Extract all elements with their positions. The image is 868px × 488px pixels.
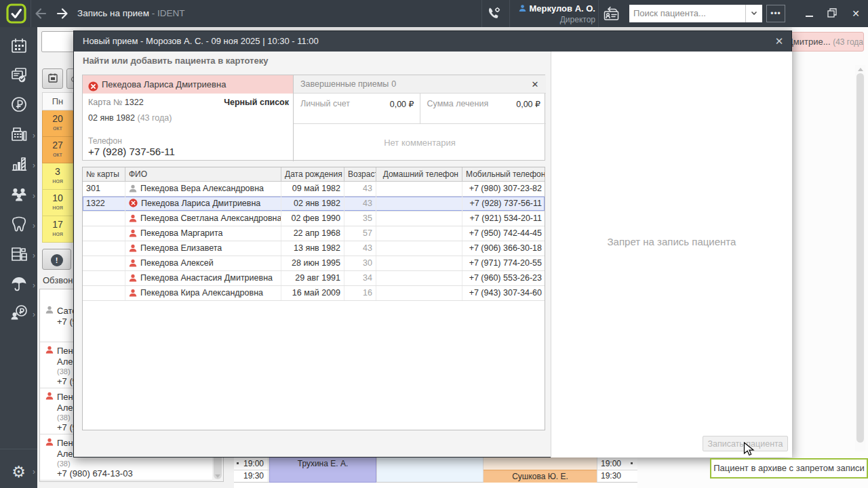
schedule-cell[interactable] [377, 458, 483, 482]
card-number-cell: 301 [83, 182, 125, 196]
person-red-icon [45, 392, 54, 402]
week-date-cell[interactable]: 3ноя [42, 163, 73, 190]
app-logo-icon[interactable] [6, 3, 26, 24]
table-row[interactable]: Пекедова Маргарита22 апр 196857+7 (950) … [83, 226, 545, 241]
column-header: Мобильный телефон [462, 167, 545, 181]
scroll-up-icon[interactable] [858, 68, 863, 71]
app-window: Запись на прием - IDENT Меркулов А. О. Д… [0, 0, 868, 488]
sidebar-item-warehouse[interactable]: › [0, 244, 37, 267]
sidebar-item-dental[interactable]: › [0, 214, 37, 237]
home-phone-cell [376, 286, 462, 300]
patients-table: № картыФИОДата рожденияВозрастДомашний т… [82, 167, 545, 430]
sidebar-item-payments[interactable] [0, 94, 37, 117]
more-button[interactable]: ••• [766, 5, 785, 22]
divider [0, 449, 37, 449]
home-phone-cell [376, 256, 462, 270]
reports-icon [10, 155, 28, 176]
blacklist-icon [88, 79, 98, 98]
chevron-right-icon: › [33, 190, 35, 201]
patient-name-cell: Пекедова Светлана Александровна [125, 211, 281, 226]
sidebar-item-visits[interactable] [0, 65, 37, 88]
patient-tab-badge[interactable]: Дмитрие... (43 года) [780, 32, 864, 52]
birth-date-cell: 22 апр 1968 [281, 226, 344, 241]
visits-icon [10, 66, 28, 87]
divider [31, 0, 31, 27]
table-row[interactable]: Пекедова Светлана Александровна02 фев 19… [83, 211, 545, 226]
minimize-button[interactable] [797, 0, 821, 27]
current-user[interactable]: Меркулов А. О. Директор [510, 3, 595, 25]
patient-summary: Завершенные приемы0 ✕ Личный счет 0,00 ₽… [293, 75, 546, 161]
sidebar-item-cashdesk[interactable]: › [0, 124, 37, 147]
time-label: 19:00 [601, 458, 621, 470]
patient-name-cell: Пекедова Маргарита [125, 226, 281, 241]
telephony-icon[interactable] [486, 5, 502, 24]
sidebar-item-settings[interactable]: ⚙› [0, 460, 37, 483]
forward-arrow-icon[interactable] [54, 5, 71, 22]
restore-button[interactable] [821, 0, 844, 27]
tooltip: Пациент в архиве с запретом записи [710, 458, 868, 479]
age-cell: 34 [344, 271, 376, 285]
person-red-icon [129, 215, 137, 224]
chevron-right-icon: › [33, 250, 35, 261]
column-header: ФИО [125, 167, 281, 181]
user-icon [519, 4, 526, 14]
sidebar-item-calendar[interactable] [0, 36, 37, 59]
close-button[interactable]: ✕ [844, 0, 868, 27]
table-row[interactable]: 301Пекедова Вера Александровна09 май 198… [83, 182, 545, 197]
column-header: Дата рождения [281, 167, 344, 181]
search-input[interactable] [629, 5, 743, 21]
patient-card: Пекедова Лариса Дмитриевна Черный список… [82, 75, 545, 161]
completed-visits-row: Завершенные приемы0 ✕ [294, 75, 546, 94]
clear-patient-icon[interactable]: ✕ [527, 75, 543, 93]
right-scrollbar[interactable] [855, 65, 865, 451]
modal-header[interactable]: Новый прием - Морозов А. С. - 09 ноя 202… [74, 31, 791, 52]
patient-name-cell: Пекедова Вера Александровна [125, 182, 281, 196]
week-date-cell[interactable]: 17ноя [42, 216, 73, 243]
sidebar-item-insurance[interactable]: › [0, 274, 37, 297]
chevron-right-icon: › [33, 130, 35, 141]
card-number-cell [83, 241, 125, 256]
age-cell: 30 [344, 256, 376, 270]
chevron-down-icon[interactable] [745, 5, 762, 22]
call-list-button[interactable]: ! [42, 249, 71, 270]
modal-close-icon[interactable]: ✕ [767, 31, 791, 52]
call-list-title: Обзвон [43, 275, 73, 285]
person-red-icon [129, 245, 137, 254]
age-cell: 43 [344, 241, 376, 256]
sidebar-item-staff[interactable]: › [0, 184, 37, 207]
ban-message: Запрет на запись пациента [551, 236, 792, 247]
patient-name-cell: Пекедова Алексей [125, 256, 281, 270]
table-row[interactable]: Пекедова Елизавета13 янв 198243+7 (906) … [83, 241, 545, 256]
age-cell: 43 [344, 182, 376, 196]
sidebar-item-reports[interactable]: › [0, 154, 37, 177]
week-date-cell[interactable]: 20окт [42, 110, 73, 137]
home-phone-cell [376, 182, 462, 196]
book-patient-button[interactable]: Записать пациента [703, 436, 788, 451]
chevron-right-icon: › [33, 280, 35, 291]
table-row[interactable]: Пекедова Алексей28 июн 199530+7 (971) 77… [83, 256, 545, 271]
week-date-cell[interactable]: 10ноя [42, 190, 73, 216]
divider [481, 0, 482, 27]
alert-icon: ! [51, 254, 63, 266]
birth-date-cell: 09 май 1982 [281, 182, 344, 196]
calendar-button[interactable] [42, 68, 63, 89]
divider [598, 0, 599, 27]
scroll-down-icon[interactable] [215, 474, 220, 478]
home-phone-cell [376, 271, 462, 285]
calendar-icon [10, 37, 28, 58]
sidebar: ›››››››⚙› [0, 27, 37, 488]
appointment-block[interactable]: Сушкова Ю. Е. [484, 470, 597, 483]
salary-icon [10, 304, 28, 325]
back-arrow-icon[interactable] [33, 5, 49, 22]
new-appointment-modal: Новый прием - Морозов А. С. - 09 ноя 202… [73, 30, 792, 458]
mobile-phone-cell: +7 (906) 366-30-18 [462, 241, 545, 256]
sidebar-item-salary[interactable]: › [0, 303, 37, 326]
table-row[interactable]: Пекедова Анастасия Дмитриевна29 авг 1991… [83, 271, 545, 286]
table-row[interactable]: Пекедова Кира Александровна16 май 200916… [83, 286, 545, 301]
column-header: Домашний телефон [376, 167, 462, 181]
scrollbar-thumb[interactable] [856, 73, 864, 443]
schedule-cell[interactable] [484, 458, 597, 470]
week-date-cell[interactable]: 27окт [42, 137, 73, 163]
table-row[interactable]: 1322Пекедова Лариса Дмитриевна02 янв 198… [83, 197, 545, 211]
patient-card-return-icon[interactable] [602, 5, 621, 24]
